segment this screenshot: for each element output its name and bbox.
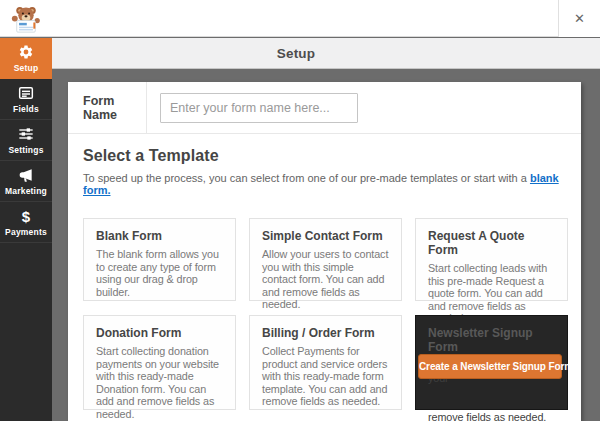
template-card-newsletter-signup-form[interactable]: Newsletter Signup Form Add subscribers a… [415,315,568,410]
template-section: Select a Template To speed up the proces… [68,134,581,421]
setup-panel: Form Name Select a Template To speed up … [68,82,581,421]
template-card-blank-form[interactable]: Blank Form The blank form allows you to … [83,218,236,301]
sidebar-item-label: Settings [8,145,43,155]
template-title: Donation Form [96,326,223,340]
sidebar-item-label: Payments [5,227,47,237]
section-heading: Select a Template [83,147,568,165]
wpforms-logo [0,0,52,37]
bear-mascot-icon [9,3,43,35]
sidebar: Setup Fields Settings Marketing $ Paymen… [0,38,52,421]
sidebar-item-label: Fields [13,104,39,114]
template-description: Allow your users to contact you with thi… [262,248,389,311]
fields-list-icon [18,85,34,102]
gear-icon [18,44,34,61]
topbar: ✕ [0,0,600,37]
create-newsletter-signup-form-button[interactable]: Create a Newsletter Signup Form [418,354,562,379]
template-title: Blank Form [96,229,223,243]
form-name-row: Form Name [68,82,581,134]
template-title: Request A Quote Form [428,229,555,257]
template-card-billing-order-form[interactable]: Billing / Order Form Collect Payments fo… [249,315,402,410]
form-name-label: Form Name [68,82,147,133]
sidebar-item-settings[interactable]: Settings [0,120,52,161]
megaphone-icon [18,167,34,184]
sliders-icon [18,126,34,143]
template-description: The blank form allows you to create any … [96,248,223,298]
template-card-donation-form[interactable]: Donation Form Start collecting donation … [83,315,236,410]
sidebar-item-payments[interactable]: $ Payments [0,202,52,243]
template-card-request-a-quote-form[interactable]: Request A Quote Form Start collecting le… [415,218,568,301]
sidebar-item-label: Marketing [5,186,47,196]
template-title: Simple Contact Form [262,229,389,243]
sidebar-item-label: Setup [14,63,39,73]
wpforms-builder-window: ✕ Setup Setup Fields Settings [0,0,600,421]
section-description: To speed up the process, you can select … [83,172,568,196]
sidebar-item-marketing[interactable]: Marketing [0,161,52,202]
template-description: Start collecting donation payments on yo… [96,345,223,420]
sidebar-item-setup[interactable]: Setup [0,38,52,79]
panel-title: Setup [277,46,316,61]
template-description: remove fields as needed. [428,411,555,421]
dollar-icon: $ [22,208,30,225]
template-title: Newsletter Signup Form [428,326,555,354]
panel-title-bar: Setup [52,38,600,69]
sidebar-item-fields[interactable]: Fields [0,79,52,120]
close-button[interactable]: ✕ [558,0,600,37]
template-title: Billing / Order Form [262,326,389,340]
template-description: Collect Payments for product and service… [262,345,389,408]
template-grid: Blank Form The blank form allows you to … [83,218,568,421]
close-icon: ✕ [574,11,585,26]
form-name-input[interactable] [160,93,358,123]
template-card-simple-contact-form[interactable]: Simple Contact Form Allow your users to … [249,218,402,301]
